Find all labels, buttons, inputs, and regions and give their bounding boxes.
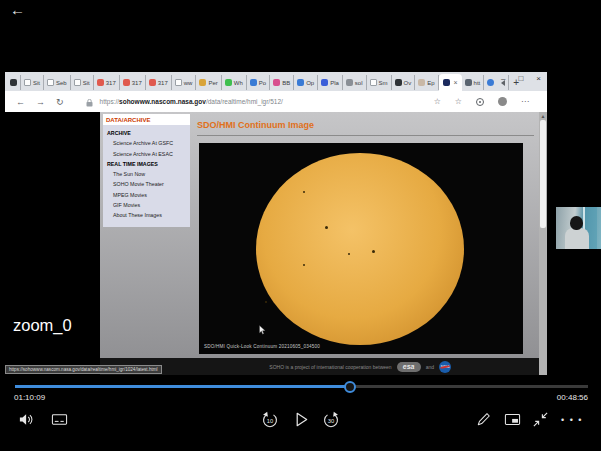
tab-label: Wh	[234, 80, 243, 86]
skip-forward-button[interactable]: 30	[322, 410, 340, 429]
browser-reload-button[interactable]: ↻	[56, 97, 64, 107]
tab-label: BB	[282, 80, 290, 86]
seek-bar[interactable]	[15, 385, 588, 388]
minimize-button[interactable]: –	[501, 74, 505, 83]
tab-close-icon[interactable]: ×	[454, 79, 458, 86]
annotate-button[interactable]	[474, 410, 492, 429]
sidebar-link[interactable]: Science Archive At ESAC	[106, 149, 188, 159]
sidebar-link[interactable]: Science Archive At GSFC	[106, 138, 188, 148]
close-button[interactable]: ×	[536, 74, 541, 83]
tab-favicon	[370, 79, 377, 86]
tab-label: Ov	[404, 80, 412, 86]
tab-favicon	[487, 79, 494, 86]
favorites-icon[interactable]: ☆	[455, 97, 462, 106]
subtitles-button[interactable]	[50, 410, 68, 429]
browser-tab[interactable]: Ep	[415, 75, 438, 90]
page-content: DATA/ARCHIVE ARCHIVEScience Archive At G…	[100, 112, 539, 375]
browser-tab[interactable]	[7, 75, 21, 90]
tab-favicon	[97, 79, 104, 86]
browser-tab[interactable]: 317	[94, 75, 120, 90]
tab-label: 317	[132, 80, 142, 86]
sidebar-link[interactable]: MPEG Movies	[106, 190, 188, 200]
esa-logo[interactable]: esa	[397, 362, 421, 372]
browser-tab[interactable]: Op	[294, 75, 318, 90]
more-options-icon: • • •	[561, 415, 583, 425]
add-favorite-icon[interactable]: ☆	[434, 97, 441, 106]
restore-button[interactable]: □	[518, 74, 523, 83]
browser-window: SitSebSit317317317wwPerWhPoBBOpPlasolSmO…	[5, 72, 547, 375]
player-back-button[interactable]: ←	[10, 1, 25, 18]
page-footer: SOHO is a project of international coope…	[100, 358, 539, 375]
browser-tab[interactable]: Ov	[392, 75, 416, 90]
browser-tab[interactable]: 317	[146, 75, 172, 90]
sidebar-link[interactable]: GIF Movies	[106, 200, 188, 210]
nasa-logo[interactable]: NASA	[439, 361, 451, 373]
browser-forward-button[interactable]: →	[36, 97, 45, 107]
person-head	[570, 216, 583, 230]
tab-label: Po	[259, 80, 266, 86]
browser-tab[interactable]: Seb	[44, 75, 71, 90]
tab-label: Op	[306, 80, 314, 86]
mini-player-button[interactable]	[503, 410, 521, 429]
seek-bar-progress	[15, 385, 350, 388]
more-options-button[interactable]: • • •	[560, 410, 584, 429]
sidebar-list: ARCHIVEScience Archive At GSFCScience Ar…	[103, 125, 190, 227]
tab-favicon	[443, 79, 450, 86]
sidebar-link[interactable]: The Sun Now	[106, 169, 188, 179]
tab-label: 317	[106, 80, 116, 86]
browser-tab[interactable]: Sm	[367, 75, 392, 90]
pen-icon	[475, 411, 492, 428]
browser-back-button[interactable]: ←	[16, 97, 25, 107]
tab-favicon	[10, 79, 17, 86]
browser-tab-active[interactable]: ×	[439, 74, 462, 91]
page-viewport: DATA/ARCHIVE ARCHIVEScience Archive At G…	[5, 112, 547, 375]
volume-button[interactable]	[17, 410, 35, 429]
tab-favicon	[346, 79, 353, 86]
tab-label: sol	[355, 80, 363, 86]
browser-tab[interactable]: sol	[343, 75, 367, 90]
scrollbar-up-arrow[interactable]: ▲	[539, 112, 547, 120]
profile-avatar[interactable]	[498, 97, 507, 106]
sun-image: SDO/HMI Quick-Look Continuum 20210605_03…	[199, 143, 523, 354]
tab-label: Sm	[379, 80, 388, 86]
sidebar-link[interactable]: About These Images	[106, 210, 188, 220]
sunspot	[372, 250, 375, 253]
browser-tab[interactable]: htt	[462, 75, 485, 90]
browser-menu-icon[interactable]: ⋯	[521, 97, 529, 106]
sunspot	[265, 301, 267, 303]
speaker-icon	[18, 411, 35, 428]
sidebar: DATA/ARCHIVE ARCHIVEScience Archive At G…	[103, 114, 190, 227]
tab-label: Pla	[330, 80, 339, 86]
video-title-overlay: zoom_0	[13, 316, 72, 335]
browser-tab[interactable]: Per	[196, 75, 221, 90]
scrollbar-thumb[interactable]	[540, 120, 546, 228]
page-scrollbar[interactable]: ▲	[539, 112, 547, 375]
tab-favicon	[199, 79, 206, 86]
browser-tab[interactable]: Wh	[222, 75, 247, 90]
tab-favicon	[395, 79, 402, 86]
svg-text:30: 30	[328, 418, 334, 424]
browser-tab[interactable]: BB	[270, 75, 294, 90]
picture-in-picture-icon	[504, 411, 521, 428]
tab-favicon	[250, 79, 257, 86]
status-bar-link: https://sohowww.nascom.nasa.gov/data/rea…	[5, 365, 162, 374]
play-button[interactable]	[292, 410, 310, 429]
url-text[interactable]: https://sohowww.nascom.nasa.gov/data/rea…	[100, 98, 283, 105]
skip-back-button[interactable]: 10	[261, 410, 279, 429]
browser-tab[interactable]: Pla	[318, 75, 343, 90]
tab-label: Per	[208, 80, 217, 86]
mouse-cursor	[259, 321, 266, 339]
browser-tab[interactable]: Po	[247, 75, 270, 90]
browser-tab[interactable]: ww	[172, 75, 197, 90]
webcam-video	[556, 207, 601, 249]
exit-fullscreen-button[interactable]	[531, 410, 549, 429]
sidebar-section-header: ARCHIVE	[106, 128, 188, 138]
sidebar-link[interactable]: SOHO Movie Theater	[106, 179, 188, 189]
play-icon	[292, 410, 310, 429]
browser-essentials-icon[interactable]	[476, 98, 484, 106]
seek-bar-thumb[interactable]	[344, 381, 356, 393]
browser-tab[interactable]: 317	[120, 75, 146, 90]
browser-tab[interactable]: Sit	[71, 75, 94, 90]
sunspot	[325, 226, 328, 229]
browser-tab[interactable]: Sit	[21, 75, 44, 90]
